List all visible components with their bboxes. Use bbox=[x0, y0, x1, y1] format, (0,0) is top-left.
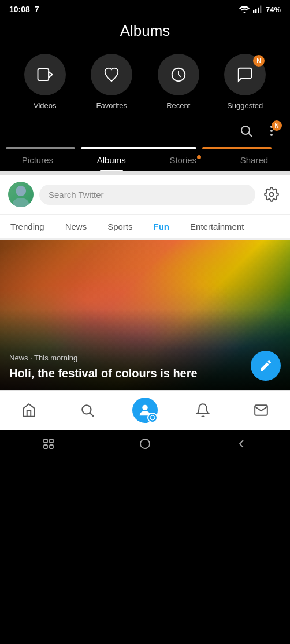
stories-dot bbox=[197, 155, 201, 159]
svg-rect-1 bbox=[253, 10, 254, 13]
battery: 74% bbox=[266, 5, 281, 14]
albums-grid: Videos Favorites Recent N Suggested bbox=[0, 54, 290, 110]
slider-bar-1 bbox=[6, 147, 75, 149]
svg-marker-6 bbox=[49, 72, 52, 78]
svg-line-9 bbox=[249, 134, 252, 137]
wifi-icon bbox=[239, 5, 250, 13]
svg-rect-22 bbox=[44, 445, 47, 448]
svg-rect-21 bbox=[50, 439, 53, 443]
svg-point-19 bbox=[150, 415, 155, 420]
news-meta: News · This morning bbox=[9, 354, 250, 362]
album-icon-favorites bbox=[91, 54, 132, 95]
android-home-button[interactable] bbox=[138, 437, 152, 451]
album-icon-recent bbox=[158, 54, 199, 95]
album-item-suggested[interactable]: N Suggested bbox=[224, 54, 266, 110]
albums-actions: N bbox=[0, 122, 290, 147]
svg-point-8 bbox=[241, 126, 250, 134]
svg-line-17 bbox=[90, 413, 93, 417]
tab-stories[interactable]: Stories bbox=[169, 155, 196, 171]
tab-trending[interactable]: Trending bbox=[0, 215, 55, 238]
svg-point-16 bbox=[82, 405, 91, 414]
tab-shared[interactable]: Shared bbox=[240, 155, 268, 171]
tab-news[interactable]: News bbox=[55, 215, 98, 238]
svg-rect-23 bbox=[50, 445, 53, 448]
tab-fun[interactable]: Fun bbox=[143, 215, 180, 238]
signal-icon bbox=[253, 5, 262, 13]
svg-point-13 bbox=[16, 186, 26, 196]
profile-badge bbox=[147, 413, 158, 423]
slider-bars bbox=[0, 147, 290, 149]
tab-entertainment[interactable]: Entertainment bbox=[180, 215, 254, 238]
more-badge: N bbox=[272, 120, 282, 131]
svg-point-24 bbox=[140, 439, 150, 448]
slider-bar-2 bbox=[81, 147, 196, 149]
svg-rect-3 bbox=[258, 8, 259, 13]
svg-point-14 bbox=[13, 198, 29, 207]
svg-point-11 bbox=[270, 130, 273, 132]
nav-messages[interactable] bbox=[247, 396, 275, 424]
svg-rect-5 bbox=[38, 69, 49, 80]
album-icon-videos bbox=[24, 54, 66, 95]
news-text: News · This morning Holi, the festival o… bbox=[9, 354, 250, 381]
svg-point-18 bbox=[142, 405, 147, 410]
album-icon-suggested: N bbox=[224, 54, 266, 95]
album-item-recent[interactable]: Recent bbox=[158, 54, 199, 110]
svg-rect-20 bbox=[44, 439, 47, 443]
compose-fab[interactable] bbox=[251, 351, 281, 381]
twitter-bottom-nav bbox=[0, 390, 290, 430]
avatar-image bbox=[8, 182, 34, 207]
slider-bar-3 bbox=[202, 147, 272, 149]
notification-count: 7 bbox=[35, 5, 39, 14]
album-item-favorites[interactable]: Favorites bbox=[91, 54, 132, 110]
settings-icon[interactable] bbox=[261, 184, 282, 205]
more-options-button[interactable]: N bbox=[265, 124, 278, 141]
svg-point-0 bbox=[243, 12, 245, 14]
svg-point-12 bbox=[270, 134, 273, 136]
android-recent-button[interactable] bbox=[42, 437, 55, 451]
nav-search[interactable] bbox=[73, 396, 101, 424]
album-label-suggested: Suggested bbox=[227, 101, 263, 110]
tab-albums[interactable]: Albums bbox=[97, 155, 126, 171]
tab-sports[interactable]: Sports bbox=[97, 215, 143, 238]
twitter-header: Search Twitter bbox=[0, 175, 290, 215]
album-item-videos[interactable]: Videos bbox=[24, 54, 66, 110]
album-label-videos: Videos bbox=[34, 101, 57, 110]
svg-rect-4 bbox=[260, 6, 261, 13]
nav-profile[interactable] bbox=[131, 396, 159, 424]
android-back-button[interactable] bbox=[235, 437, 248, 451]
albums-section: Albums Videos Favorites Recent bbox=[0, 16, 290, 171]
album-label-recent: Recent bbox=[166, 101, 190, 110]
nav-home[interactable] bbox=[15, 396, 43, 424]
status-bar: 10:08 7 74% bbox=[0, 0, 290, 16]
news-title: Holi, the festival of colours is here bbox=[9, 366, 250, 381]
profile-nav-icon bbox=[132, 398, 158, 423]
gallery-nav-tabs: Pictures Albums Stories Shared bbox=[0, 149, 290, 171]
svg-point-15 bbox=[270, 193, 274, 197]
avatar[interactable] bbox=[8, 182, 34, 207]
time: 10:08 bbox=[9, 5, 30, 14]
albums-title: Albums bbox=[0, 22, 290, 40]
twitter-section: Search Twitter Trending News Sports Fun … bbox=[0, 175, 290, 430]
twitter-topic-tabs: Trending News Sports Fun Entertainment bbox=[0, 215, 290, 240]
search-button[interactable] bbox=[239, 124, 253, 141]
suggested-badge: N bbox=[253, 55, 265, 67]
search-bar[interactable]: Search Twitter bbox=[39, 185, 255, 205]
nav-notifications[interactable] bbox=[189, 396, 217, 424]
news-card[interactable]: News · This morning Holi, the festival o… bbox=[0, 240, 290, 390]
tab-pictures[interactable]: Pictures bbox=[22, 155, 53, 171]
album-label-favorites: Favorites bbox=[96, 101, 127, 110]
svg-rect-2 bbox=[255, 9, 256, 13]
android-nav-bar bbox=[0, 430, 290, 457]
